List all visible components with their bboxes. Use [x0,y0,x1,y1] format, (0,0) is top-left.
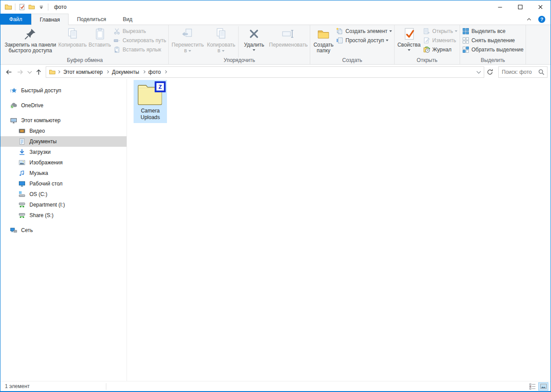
refresh-button[interactable] [484,66,496,78]
sidebar-item-share-s[interactable]: Share (S:) [0,210,127,221]
sidebar-item-pictures[interactable]: Изображения [0,157,127,168]
paste-button[interactable]: Вставить [87,25,112,48]
quick-access-star-icon [10,87,17,94]
breadcrumb-separator [106,70,109,73]
window-title: фото [54,4,66,10]
folder-large-icon: Z [137,82,164,106]
titlebar-separator [48,4,48,11]
select-all-icon [462,28,469,35]
sidebar-item-downloads[interactable]: Загрузки [0,147,127,157]
move-to-icon [181,27,195,41]
copy-to-icon [214,27,228,41]
sidebar-item-onedrive[interactable]: OneDrive [0,100,127,111]
search-icon[interactable] [538,69,545,76]
window-controls [490,0,551,14]
ribbon-group-organize: Переместить в Копировать в Удалить Переи [169,25,310,64]
this-pc-icon [10,117,17,124]
minimize-button[interactable] [490,0,510,14]
recent-locations-button[interactable] [26,66,33,78]
ribbon: Закрепить на панели быстрого доступа Коп… [0,25,551,65]
new-folder-icon [316,27,330,41]
folder-item-camera-uploads[interactable]: Z Camera Uploads [134,80,167,123]
search-input[interactable] [502,69,538,75]
copy-path-button[interactable]: Скопировать путь [112,36,167,45]
thumbnails-view-button[interactable] [538,382,548,391]
documents-icon [18,138,25,145]
copy-button[interactable]: Копировать [58,25,87,48]
breadcrumb-photo[interactable]: фото [147,69,163,75]
new-item-icon [336,28,343,35]
properties-icon [402,27,416,41]
up-button[interactable] [33,66,44,78]
ribbon-group-select: Выделить все Снять выделение Обратить вы… [460,25,526,64]
network-drive-icon [18,201,25,208]
dropdown-caret [253,49,255,51]
onedrive-cloud-icon [10,102,17,109]
details-view-button[interactable] [527,382,537,391]
invert-selection-button[interactable]: Обратить выделение [461,45,525,54]
dropdown-caret [408,49,410,51]
easy-access-button[interactable]: Простой доступ [335,36,393,45]
select-none-button[interactable]: Снять выделение [461,36,525,45]
location-folder-icon [49,69,56,76]
forward-button[interactable] [14,66,26,78]
pin-to-quick-access-button[interactable]: Закрепить на панели быстрого доступа [3,25,58,54]
tab-share[interactable]: Поделиться [69,14,114,25]
search-box [498,66,547,78]
invert-selection-icon [462,46,469,53]
sidebar-item-quick-access[interactable]: Быстрый доступ [0,85,127,96]
copy-to-button[interactable]: Копировать в [205,25,237,54]
address-dropdown-button[interactable] [473,67,484,77]
properties-button[interactable]: Свойства [396,25,422,51]
help-icon[interactable]: ? [538,16,545,23]
qat-new-folder-button[interactable] [27,2,36,12]
move-to-button[interactable]: Переместить в [170,25,205,54]
new-item-button[interactable]: Создать элемент [335,26,393,36]
easy-access-icon [336,37,343,44]
tab-home[interactable]: Главная [31,14,69,25]
qat-customize-icon[interactable] [36,2,46,12]
collapse-ribbon-icon[interactable] [526,16,533,23]
tab-view[interactable]: Вид [114,14,141,25]
videos-icon [18,127,25,134]
sidebar-item-videos[interactable]: Видео [0,126,127,136]
new-folder-button[interactable]: Создать папку [312,25,335,54]
dropdown-caret [386,40,388,41]
sidebar-item-documents[interactable]: Документы [0,136,127,147]
breadcrumb-documents[interactable]: Документы [110,69,141,75]
maximize-button[interactable] [510,0,530,14]
file-list-pane[interactable]: Z Camera Uploads [127,79,551,381]
tab-file[interactable]: Файл [0,14,31,25]
breadcrumb-separator [142,70,145,73]
delete-button[interactable]: Удалить [240,25,268,51]
edit-button[interactable]: Изменить [422,36,458,45]
status-bar: 1 элемент [0,381,551,391]
history-icon [423,46,430,53]
sidebar-item-department-i[interactable]: Department (I:) [0,200,127,210]
group-label-create: Создать [310,57,394,63]
titlebar-separator [15,4,15,11]
group-inner-separator [238,26,239,58]
sidebar-item-network[interactable]: Сеть [0,225,127,236]
open-button[interactable]: Открыть [422,26,458,36]
rename-button[interactable]: Переименовать [268,25,308,48]
qat-properties-button[interactable] [17,2,27,12]
sidebar-item-music[interactable]: Музыка [0,168,127,178]
close-button[interactable] [530,0,551,14]
sidebar-item-os-c[interactable]: OS (C:) [0,189,127,200]
sidebar-item-desktop[interactable]: Рабочий стол [0,178,127,189]
sidebar-item-this-pc[interactable]: Этот компьютер [0,115,127,126]
scissors-icon [113,28,120,35]
titlebar: фото [0,0,551,14]
paste-shortcut-button[interactable]: Вставить ярлык [112,45,167,54]
cut-button[interactable]: Вырезать [112,26,167,36]
breadcrumb-separator [57,70,60,73]
history-button[interactable]: Журнал [422,45,458,54]
downloads-icon [18,149,25,156]
select-all-button[interactable]: Выделить все [461,26,525,36]
back-button[interactable] [3,66,14,78]
dropdown-caret [188,50,191,52]
ribbon-group-open: Свойства Открыть Изменить [395,25,460,64]
breadcrumb-this-pc[interactable]: Этот компьютер [62,69,105,75]
address-bar[interactable]: Этот компьютер Документы фото [46,66,484,78]
